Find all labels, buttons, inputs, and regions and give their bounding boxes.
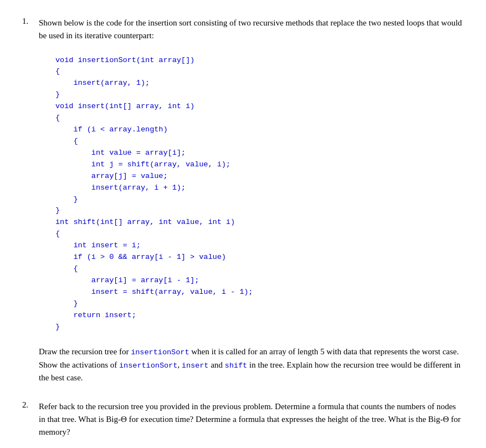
follow-text-1c: ,: [177, 360, 182, 369]
inline-insertionsort-2: insertionSort: [119, 362, 177, 370]
question-number-1: 1.: [22, 17, 39, 26]
question-intro-text-1: Shown below is the code for the insertio…: [39, 17, 464, 43]
inline-insertionsort-1: insertionSort: [131, 348, 189, 357]
follow-text-1a: Draw the recursion tree for: [39, 347, 131, 356]
question-content-1: Shown below is the code for the insertio…: [39, 17, 464, 385]
question-text-2: Refer back to the recursion tree you pro…: [39, 400, 464, 439]
question-number-2: 2.: [22, 400, 39, 410]
follow-text-1d: and: [208, 360, 224, 369]
inline-shift: shift: [225, 362, 248, 370]
code-block-1: void insertionSort(int array[]) { insert…: [39, 50, 464, 338]
question-list: 1. Shown below is the code for the inser…: [22, 17, 464, 446]
question-item-2: 2. Refer back to the recursion tree you …: [22, 400, 464, 447]
question-follow-text-1: Draw the recursion tree for insertionSor…: [39, 345, 464, 385]
inline-insert: insert: [182, 362, 209, 370]
question-content-2: Refer back to the recursion tree you pro…: [39, 400, 464, 447]
question-item-1: 1. Shown below is the code for the inser…: [22, 17, 464, 385]
